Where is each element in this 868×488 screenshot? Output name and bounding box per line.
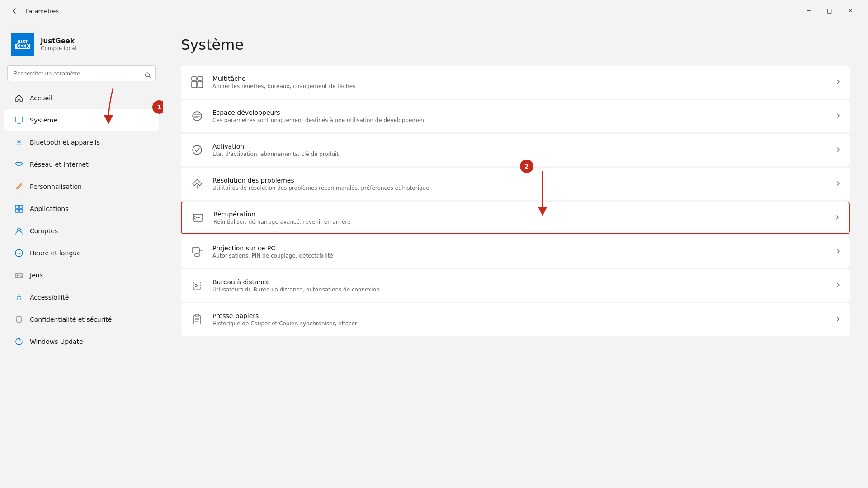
settings-item-activation[interactable]: Activation État d'activation, abonnement…: [181, 134, 850, 166]
svg-rect-19: [198, 77, 203, 80]
bureau-distance-title: Bureau à distance: [212, 278, 827, 286]
svg-rect-8: [15, 209, 19, 212]
home-icon: [14, 94, 24, 103]
chevron-icon: [835, 146, 841, 154]
sidebar-item-heure[interactable]: Heure et langue: [4, 242, 159, 264]
sidebar-item-jeux[interactable]: Jeux: [4, 264, 159, 286]
chevron-icon: [835, 113, 841, 120]
user-info: JustGeek Compte local: [41, 37, 76, 52]
sidebar-item-label: Windows Update: [30, 338, 83, 345]
bureau-distance-desc: Utilisateurs du Bureau à distance, autor…: [212, 286, 827, 293]
settings-item-projection[interactable]: Projection sur ce PC Autorisations, PIN …: [181, 235, 850, 268]
network-icon: [14, 160, 24, 169]
sidebar-item-label: Bluetooth et appareils: [30, 139, 100, 146]
svg-rect-7: [19, 205, 23, 208]
activation-icon: [190, 143, 204, 157]
close-button[interactable]: ✕: [840, 0, 861, 22]
multitache-text: Multitâche Ancrer les fenêtres, bureaux,…: [212, 75, 827, 89]
espace-dev-desc: Ces paramètres sont uniquement destinés …: [212, 117, 827, 123]
settings-list: Multitâche Ancrer les fenêtres, bureaux,…: [181, 66, 850, 336]
svg-point-5: [19, 167, 19, 168]
svg-rect-21: [198, 81, 203, 88]
projection-desc: Autorisations, PIN de couplage, détectab…: [212, 253, 827, 259]
gaming-icon: [14, 271, 24, 280]
svg-point-16: [21, 276, 22, 277]
back-button[interactable]: [7, 4, 22, 18]
sidebar-item-label: Confidentialité et sécurité: [30, 316, 112, 323]
app-body: JUST GEEK JustGeek Compte local: [0, 22, 868, 488]
recuperation-title: Récupération: [213, 211, 826, 218]
sidebar-item-windows-update[interactable]: Windows Update: [4, 331, 159, 352]
projection-title: Projection sur ce PC: [212, 244, 827, 252]
accounts-icon: [14, 226, 24, 235]
sidebar-item-confidentialite[interactable]: Confidentialité et sécurité: [4, 309, 159, 330]
chevron-icon: [835, 79, 841, 86]
presse-papiers-desc: Historique de Couper et Copier, synchron…: [212, 320, 827, 327]
presse-papiers-text: Presse-papiers Historique de Couper et C…: [212, 312, 827, 327]
recuperation-desc: Réinitialiser, démarrage avancé, revenir…: [213, 219, 826, 225]
search-input[interactable]: [7, 65, 156, 81]
sidebar-item-label: Heure et langue: [30, 249, 81, 257]
maximize-button[interactable]: □: [819, 0, 840, 22]
annotation-bubble-1: 1: [152, 100, 163, 114]
sidebar-item-label: Applications: [30, 205, 69, 212]
recuperation-text: Récupération Réinitialiser, démarrage av…: [213, 211, 826, 225]
activation-text: Activation État d'activation, abonnement…: [212, 143, 827, 157]
multitache-icon: [190, 75, 204, 89]
user-name: JustGeek: [41, 37, 76, 45]
recuperation-icon: [191, 211, 205, 225]
sidebar-item-label: Système: [30, 117, 57, 124]
minimize-button[interactable]: ─: [798, 0, 819, 22]
sidebar-item-label: Réseau et Internet: [30, 161, 89, 168]
sidebar-item-label: Personnalisation: [30, 183, 82, 190]
sidebar: JUST GEEK JustGeek Compte local: [0, 22, 163, 488]
resolution-title: Résolution des problèmes: [212, 177, 827, 184]
settings-item-recuperation[interactable]: Récupération Réinitialiser, démarrage av…: [181, 202, 850, 234]
svg-rect-2: [15, 117, 23, 122]
windows-update-icon: [14, 337, 24, 346]
sidebar-item-accessibilite[interactable]: Accessibilité: [4, 286, 159, 308]
user-type: Compte local: [41, 45, 76, 52]
settings-item-bureau-distance[interactable]: Bureau à distance Utilisateurs du Bureau…: [181, 269, 850, 302]
espace-dev-title: Espace développeurs: [212, 109, 827, 116]
sidebar-item-reseau[interactable]: Réseau et Internet: [4, 154, 159, 175]
main-content: Système Multitâche Ancrer les fenêtres, …: [163, 22, 868, 488]
activation-title: Activation: [212, 143, 827, 150]
chevron-icon: [835, 180, 841, 188]
settings-item-espace-dev[interactable]: Espace développeurs Ces paramètres sont …: [181, 100, 850, 132]
user-section: JUST GEEK JustGeek Compte local: [0, 29, 163, 65]
nav-list: Accueil Système 1: [0, 87, 163, 353]
time-icon: [14, 249, 24, 258]
window-title: Paramètres: [25, 8, 59, 14]
window-controls: ─ □ ✕: [798, 0, 861, 22]
sidebar-item-systeme[interactable]: Système 1: [4, 109, 159, 131]
sidebar-item-applications[interactable]: Applications: [4, 198, 159, 220]
svg-rect-30: [195, 254, 199, 256]
sidebar-item-personnalisation[interactable]: Personnalisation: [4, 176, 159, 197]
chevron-icon: [835, 316, 841, 323]
settings-item-presse-papiers[interactable]: Presse-papiers Historique de Couper et C…: [181, 303, 850, 336]
multitache-desc: Ancrer les fenêtres, bureaux, changement…: [212, 83, 827, 89]
svg-rect-18: [192, 77, 197, 80]
sidebar-item-bluetooth[interactable]: Bluetooth et appareils: [4, 131, 159, 153]
settings-item-resolution[interactable]: Résolution des problèmes Utilitaires de …: [181, 168, 850, 200]
system-icon: [14, 116, 24, 125]
svg-rect-29: [192, 248, 199, 253]
sidebar-item-label: Accessibilité: [30, 294, 69, 301]
bureau-distance-text: Bureau à distance Utilisateurs du Bureau…: [212, 278, 827, 293]
chevron-icon: [835, 282, 841, 289]
svg-point-15: [20, 275, 21, 276]
settings-item-multitache[interactable]: Multitâche Ancrer les fenêtres, bureaux,…: [181, 66, 850, 99]
svg-rect-6: [15, 205, 19, 208]
projection-icon: [190, 244, 204, 259]
svg-rect-9: [19, 209, 23, 212]
sidebar-item-comptes[interactable]: Comptes: [4, 220, 159, 242]
sidebar-item-label: Jeux: [30, 272, 43, 279]
annotation-bubble-2: 2: [520, 160, 533, 173]
svg-point-17: [19, 294, 20, 296]
user-logo: JUST GEEK: [11, 33, 34, 56]
svg-point-26: [193, 145, 202, 155]
titlebar: Paramètres ─ □ ✕: [0, 0, 868, 22]
sidebar-item-accueil[interactable]: Accueil: [4, 87, 159, 109]
search-icon: [145, 72, 151, 80]
